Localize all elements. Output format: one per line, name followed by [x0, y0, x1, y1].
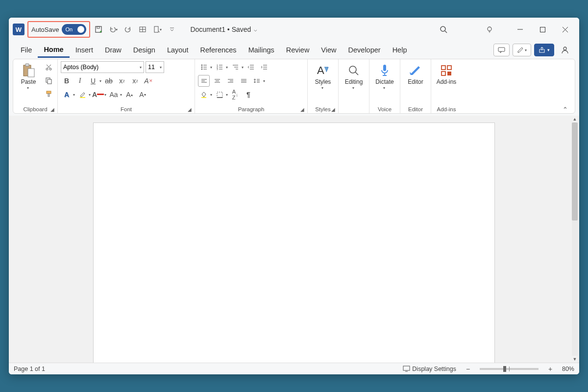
align-right-icon[interactable] — [224, 75, 236, 87]
borders-icon[interactable] — [214, 89, 225, 100]
font-launcher-icon[interactable]: ◢ — [188, 107, 192, 112]
strikethrough-button[interactable]: ab — [103, 75, 115, 87]
zoom-level[interactable]: 80% — [562, 366, 574, 372]
comments-button[interactable] — [493, 44, 510, 56]
scroll-down-icon[interactable]: ▼ — [572, 356, 578, 363]
clear-formatting-icon[interactable]: A✕ — [143, 75, 154, 87]
bullets-icon[interactable] — [198, 61, 210, 73]
superscript-button[interactable]: x2 — [129, 75, 141, 87]
toggle-knob-icon — [77, 26, 84, 33]
svg-rect-79 — [447, 72, 451, 75]
styles-button[interactable]: A Styles ▾ — [311, 61, 335, 91]
account-icon[interactable] — [557, 44, 573, 56]
dictate-button[interactable]: Dictate ▾ — [372, 61, 397, 91]
font-name-selector[interactable]: Aptos (Body)▾ — [61, 61, 144, 73]
document-title[interactable]: Document1 • Saved ⌵ — [190, 25, 257, 33]
zoom-knob[interactable] — [503, 366, 506, 372]
scroll-up-icon[interactable]: ▲ — [572, 116, 578, 122]
zoom-out-button[interactable]: − — [462, 363, 474, 375]
editing-button[interactable]: Editing ▾ — [342, 61, 366, 91]
shading-icon[interactable] — [198, 89, 210, 100]
increase-indent-icon[interactable] — [258, 61, 270, 73]
zoom-slider[interactable] — [480, 368, 539, 370]
chevron-down-icon: ▾ — [27, 86, 29, 90]
italic-button[interactable]: I — [74, 75, 86, 87]
search-icon[interactable] — [437, 23, 450, 36]
decrease-indent-icon[interactable] — [245, 61, 257, 73]
grow-font-icon[interactable]: A▴ — [123, 89, 135, 100]
styles-label: Styles — [315, 79, 331, 86]
qat-doc-icon[interactable]: ▾ — [151, 23, 164, 36]
multilevel-list-icon[interactable] — [229, 61, 241, 73]
group-paragraph: ▾ 123▾ ▾ ▾ ▾ ▾ — [195, 59, 308, 113]
cut-icon[interactable] — [43, 61, 54, 73]
clipboard-launcher-icon[interactable]: ◢ — [50, 107, 54, 112]
tab-insert[interactable]: Insert — [70, 43, 99, 57]
copy-icon[interactable] — [43, 74, 54, 86]
collapse-ribbon-icon[interactable]: ⌃ — [556, 59, 575, 113]
ribbon: Paste ▾ Clipboard◢ Aptos (Body)▾ 11▾ — [13, 59, 575, 114]
vertical-scrollbar[interactable]: ▲ ▼ — [571, 116, 578, 363]
sort-icon[interactable]: AZ↓ — [229, 89, 241, 100]
font-color-icon[interactable]: A — [92, 89, 104, 100]
titlebar: W AutoSave On ▾ ▾ Document1 • Saved ⌵ — [9, 18, 579, 41]
undo-button[interactable]: ▾ — [107, 23, 120, 36]
tab-help[interactable]: Help — [387, 43, 413, 57]
close-button[interactable] — [555, 22, 575, 37]
justify-icon[interactable] — [238, 75, 249, 87]
document-canvas[interactable]: ▲ ▼ — [9, 116, 579, 363]
qat-customize[interactable] — [166, 23, 178, 36]
redo-button[interactable] — [122, 23, 134, 36]
underline-button[interactable]: U — [87, 75, 99, 87]
tab-review[interactable]: Review — [280, 43, 316, 57]
tab-home[interactable]: Home — [38, 43, 69, 58]
save-icon[interactable] — [92, 23, 105, 36]
dictate-label: Dictate — [375, 79, 393, 86]
paste-label: Paste — [21, 79, 36, 86]
paragraph-launcher-icon[interactable]: ◢ — [300, 107, 304, 112]
editor-button[interactable]: Editor — [403, 61, 428, 87]
line-spacing-icon[interactable] — [251, 75, 263, 87]
font-name-value: Aptos (Body) — [63, 64, 98, 71]
display-settings-button[interactable]: Display Settings — [403, 366, 456, 372]
scroll-thumb[interactable] — [572, 122, 578, 220]
tab-developer[interactable]: Developer — [343, 43, 387, 57]
highlight-icon[interactable] — [76, 89, 88, 100]
editing-mode-button[interactable]: ▾ — [513, 44, 531, 56]
group-addins: Add-ins Add-ins — [431, 59, 462, 113]
tab-mailings[interactable]: Mailings — [243, 43, 280, 57]
qat-table-icon[interactable] — [136, 23, 149, 36]
zoom-in-button[interactable]: + — [544, 363, 556, 375]
font-size-selector[interactable]: 11▾ — [146, 61, 164, 73]
tab-layout[interactable]: Layout — [161, 43, 195, 57]
page-indicator[interactable]: Page 1 of 1 — [14, 366, 45, 372]
subscript-button[interactable]: x2 — [116, 75, 128, 87]
svg-point-22 — [46, 68, 48, 70]
show-marks-icon[interactable]: ¶ — [243, 89, 254, 100]
lightbulb-icon[interactable] — [483, 23, 496, 36]
addins-button[interactable]: Add-ins — [434, 61, 459, 87]
tab-references[interactable]: References — [194, 43, 242, 57]
text-effects-icon[interactable]: A — [61, 89, 73, 100]
shrink-font-icon[interactable]: A▾ — [137, 89, 148, 100]
tab-design[interactable]: Design — [127, 43, 161, 57]
tab-view[interactable]: View — [315, 43, 342, 57]
share-button[interactable]: ▾ — [534, 44, 554, 56]
align-center-icon[interactable] — [211, 75, 223, 87]
tab-file[interactable]: File — [15, 43, 38, 57]
svg-rect-80 — [403, 366, 410, 370]
scroll-track[interactable] — [572, 122, 578, 356]
format-painter-icon[interactable] — [43, 88, 54, 99]
autosave-toggle[interactable]: On — [62, 24, 86, 35]
minimize-button[interactable] — [510, 22, 530, 37]
numbering-icon[interactable]: 123 — [214, 61, 225, 73]
align-left-icon[interactable] — [198, 75, 210, 87]
paste-button[interactable]: Paste ▾ — [16, 61, 41, 91]
tab-draw[interactable]: Draw — [99, 43, 127, 57]
svg-rect-30 — [80, 97, 85, 98]
maximize-button[interactable] — [532, 22, 553, 37]
document-page[interactable] — [93, 122, 495, 363]
bold-button[interactable]: B — [61, 75, 73, 87]
change-case-button[interactable]: Aa — [108, 89, 120, 100]
styles-launcher-icon[interactable]: ◢ — [331, 107, 335, 112]
